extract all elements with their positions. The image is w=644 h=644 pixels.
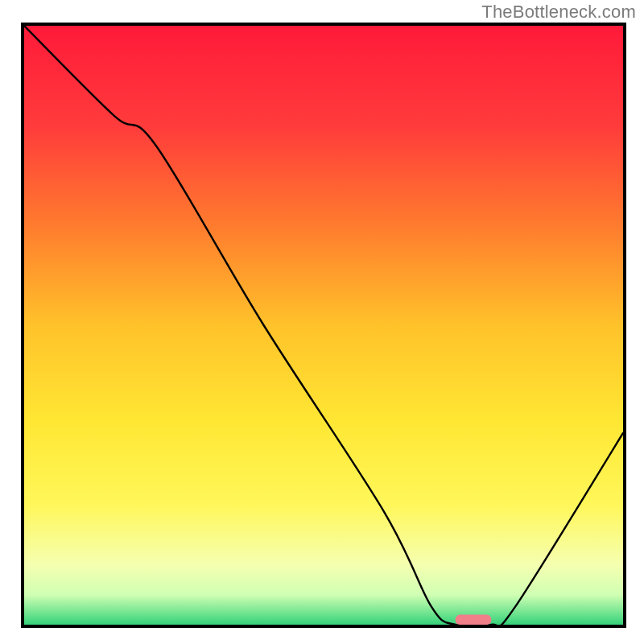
chart-frame: TheBottleneck.com (0, 0, 644, 644)
attribution-text: TheBottleneck.com (481, 2, 636, 23)
plot-area (21, 23, 626, 628)
sweet-spot-marker (456, 615, 492, 625)
chart-svg (24, 26, 623, 625)
